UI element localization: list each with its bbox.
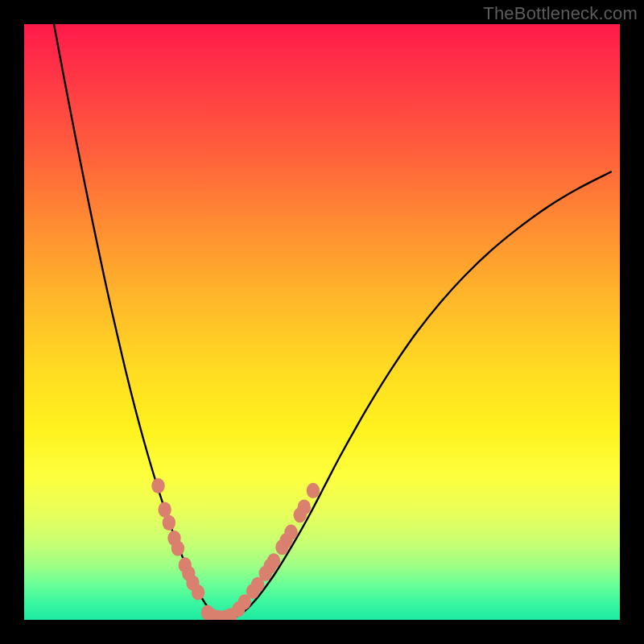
curve-marker (284, 525, 297, 540)
curve-marker (307, 483, 320, 498)
curve-marker (298, 500, 311, 515)
plot-svg (24, 24, 620, 620)
curve-marker (192, 584, 204, 600)
curve-marker (171, 541, 184, 556)
curve-marker (151, 478, 164, 493)
attribution-text: TheBottleneck.com (483, 3, 638, 24)
chart-stage: TheBottleneck.com (0, 0, 644, 644)
bottleneck-curve (54, 24, 611, 619)
curve-marker (163, 515, 175, 530)
plot-area (24, 24, 620, 620)
curve-markers (151, 478, 320, 620)
curve-marker (267, 553, 280, 568)
